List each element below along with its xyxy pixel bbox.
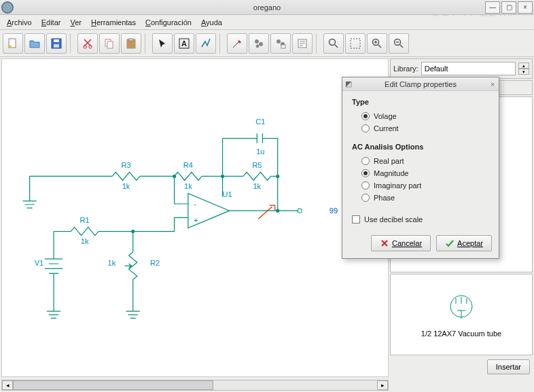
r1-ref: R1	[80, 216, 90, 224]
r2-val: 1k	[108, 259, 116, 267]
scroll-right-arrow[interactable]: ▸	[377, 380, 388, 390]
svg-point-0	[2, 1, 14, 13]
svg-point-17	[277, 39, 281, 43]
insert-button[interactable]: Insertar	[487, 359, 530, 374]
ac-group-label: AC Analisis Options	[352, 143, 489, 151]
r2-ref: R2	[150, 259, 160, 267]
type-current-option[interactable]: Current	[352, 122, 489, 135]
library-selected-text: Default	[425, 65, 448, 73]
svg-point-16	[256, 44, 260, 48]
probe-tool-button[interactable]	[227, 33, 247, 54]
svg-text:+: +	[194, 216, 198, 224]
radio-icon	[361, 181, 370, 190]
titlebar: oregano — ▢ ×	[0, 0, 534, 15]
svg-point-21	[330, 39, 336, 45]
r4-ref: R4	[183, 161, 193, 169]
cancel-icon	[380, 238, 389, 248]
decibel-checkbox[interactable]: Use decibel scale	[352, 213, 489, 226]
minimize-button[interactable]: —	[485, 1, 500, 14]
ac-phase-option[interactable]: Phase	[352, 192, 489, 204]
library-select[interactable]: Default	[421, 62, 516, 75]
menu-help[interactable]: Ayuda	[197, 17, 226, 28]
svg-rect-9	[107, 41, 113, 48]
svg-rect-11	[129, 39, 133, 41]
radio-icon	[361, 157, 370, 165]
svg-point-15	[259, 42, 263, 46]
menubar: Archivo Editar Ver Herramientas Configur…	[0, 15, 534, 30]
r1-val: 1k	[81, 237, 89, 245]
library-spin[interactable]: ▴▾	[518, 63, 529, 75]
svg-text:A: A	[181, 39, 187, 48]
c1-ref: C1	[255, 118, 265, 126]
menu-view[interactable]: Ver	[66, 17, 86, 28]
cut-button[interactable]	[77, 33, 98, 54]
u1-ref: U1	[223, 190, 232, 198]
schematic-canvas[interactable]: C1 1u R3 1k R4 1k R5 1k R1 1k R2	[1, 58, 389, 377]
zoom-out-button[interactable]	[389, 33, 409, 54]
accept-button[interactable]: Aceptar	[436, 235, 492, 251]
c1-val: 1u	[256, 147, 264, 156]
copy-button[interactable]	[99, 33, 120, 54]
sim-options-button[interactable]	[270, 33, 291, 54]
scroll-thumb[interactable]	[13, 380, 213, 390]
menu-config[interactable]: Configuración	[141, 17, 196, 28]
ac-imaginary-option[interactable]: Imaginary part	[352, 179, 489, 192]
library-label: Library:	[393, 65, 419, 73]
zoom-100-button[interactable]	[345, 33, 366, 54]
radio-icon	[361, 194, 370, 202]
dialog-close-button[interactable]: ×	[486, 80, 499, 88]
dialog-icon: ◩	[342, 79, 355, 88]
clamp-properties-dialog: ◩ Edit Clamp properties × Type Volage Cu…	[342, 77, 499, 259]
window-title: oregano	[0, 3, 534, 12]
v1-ref: V1	[35, 259, 44, 267]
zoom-area-button[interactable]	[323, 33, 344, 54]
svg-point-14	[255, 39, 259, 43]
paste-button[interactable]	[121, 33, 141, 54]
save-button[interactable]	[46, 33, 67, 54]
svg-rect-5	[54, 44, 59, 48]
wire-tool-button[interactable]	[196, 33, 216, 54]
ac-real-option[interactable]: Real part	[352, 155, 489, 167]
radio-icon	[361, 169, 370, 177]
svg-point-26	[221, 175, 224, 178]
app-icon	[0, 0, 15, 15]
accept-icon	[445, 238, 455, 248]
scroll-left-arrow[interactable]: ◂	[2, 380, 13, 390]
menu-edit[interactable]: Editar	[37, 17, 65, 28]
radio-icon	[361, 124, 370, 132]
type-voltage-option[interactable]: Volage	[352, 110, 489, 122]
svg-rect-19	[281, 45, 285, 48]
horizontal-scrollbar[interactable]: ◂ ▸	[1, 380, 389, 391]
svg-rect-4	[54, 39, 59, 42]
r3-ref: R3	[121, 161, 130, 169]
checkbox-icon	[352, 215, 360, 224]
type-group-label: Type	[352, 98, 489, 106]
toolbar: A	[0, 30, 534, 57]
new-button[interactable]	[3, 33, 23, 54]
simulate-button[interactable]	[249, 33, 269, 54]
library-selector-box: Library: Default ▴▾	[390, 58, 533, 79]
svg-rect-22	[351, 39, 360, 48]
log-button[interactable]	[292, 33, 313, 54]
r3-val: 1k	[122, 182, 130, 190]
open-button[interactable]	[24, 33, 45, 54]
zoom-in-button[interactable]	[367, 33, 387, 54]
maximize-button[interactable]: ▢	[501, 1, 516, 14]
r5-ref: R5	[252, 161, 262, 169]
svg-text:-: -	[194, 200, 196, 208]
part-preview: 1/2 12AX7 Vacuum tube	[390, 274, 533, 355]
schematic-svg: C1 1u R3 1k R4 1k R5 1k R1 1k R2	[2, 59, 388, 377]
menu-file[interactable]: Archivo	[3, 17, 36, 28]
close-button[interactable]: ×	[518, 1, 533, 14]
r4-val: 1k	[184, 182, 192, 190]
tube-icon	[441, 291, 482, 325]
text-tool-button[interactable]: A	[174, 33, 194, 54]
cancel-button[interactable]: Cancelar	[371, 235, 431, 251]
menu-tools[interactable]: Herramientas	[87, 17, 140, 28]
part-name: 1/2 12AX7 Vacuum tube	[421, 329, 501, 338]
r5-val: 1k	[253, 182, 261, 190]
arrow-tool-button[interactable]	[152, 33, 173, 54]
ac-magnitude-option[interactable]: Magnitude	[352, 167, 489, 179]
node-99: 99	[330, 207, 338, 215]
dialog-title: Edit Clamp properties	[342, 80, 499, 88]
